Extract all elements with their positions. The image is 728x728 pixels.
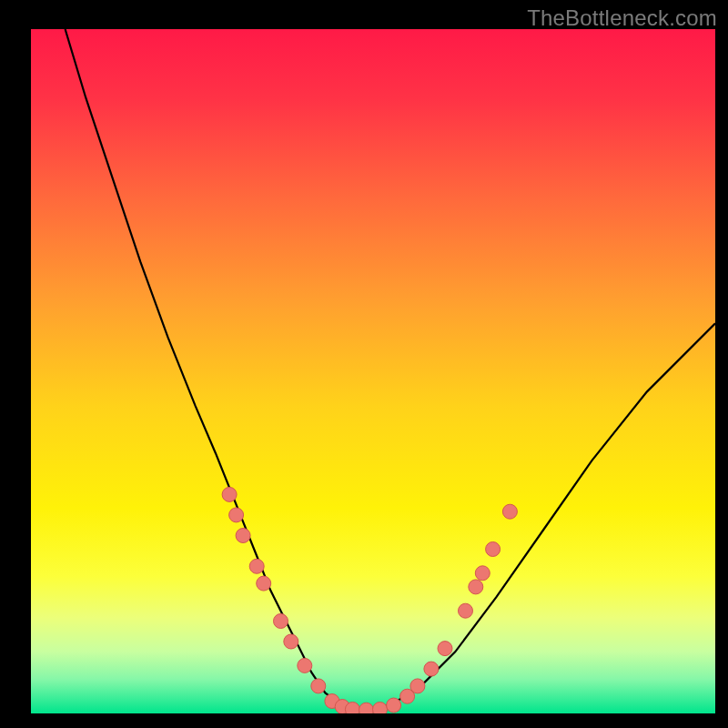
data-point	[298, 658, 312, 672]
data-point	[345, 703, 359, 714]
data-point	[274, 614, 288, 629]
data-point	[222, 487, 237, 501]
data-point	[438, 642, 452, 656]
data-point	[284, 634, 298, 649]
data-point	[359, 703, 374, 713]
data-point	[373, 703, 388, 714]
data-point	[249, 559, 264, 573]
chart-stage: TheBottleneck.com	[0, 0, 728, 728]
data-point	[486, 542, 500, 557]
data-point	[311, 679, 326, 693]
data-point	[469, 580, 483, 594]
data-point	[475, 566, 490, 581]
data-point	[387, 698, 401, 713]
data-point	[257, 576, 271, 591]
data-point	[502, 504, 517, 519]
data-point	[236, 529, 250, 543]
plot-svg	[31, 29, 715, 713]
data-point	[459, 603, 473, 618]
data-point	[229, 508, 244, 522]
data-point	[424, 662, 439, 676]
gradient-bg	[31, 29, 715, 713]
data-point	[410, 679, 425, 693]
watermark-text: TheBottleneck.com	[527, 5, 717, 31]
